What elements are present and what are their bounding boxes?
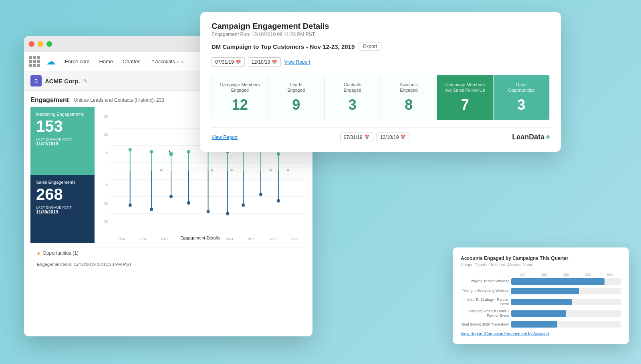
- marketing-label: Marketing Engagements: [36, 112, 89, 117]
- svg-point-48: [287, 169, 289, 171]
- sales-engagements-box: Sales Engagements 268 LAST ENGAGEMENT 11…: [30, 175, 95, 243]
- date-from-value: 07/31/19: [215, 59, 234, 65]
- sales-number: 268: [36, 186, 89, 202]
- metric-no-followup[interactable]: Campaign Membersw/o Sales Follow-Up 7: [437, 75, 494, 120]
- svg-point-8: [129, 148, 132, 152]
- nav-chatter[interactable]: Chatter: [121, 58, 141, 64]
- metric-number-0: 12: [217, 97, 263, 113]
- metric-label-1: LeadsEngaged: [273, 82, 320, 93]
- calendar-icon-to: 📅: [272, 60, 277, 65]
- h-bar-track-0: [511, 278, 621, 285]
- h-bar-track-4: [511, 321, 621, 328]
- apps-grid-icon[interactable]: [29, 56, 40, 67]
- h-bar-fill-4: [511, 321, 557, 328]
- chart-x-scale: 100 200 300 400 500: [511, 273, 621, 277]
- metric-label-4: Campaign Membersw/o Sales Follow-Up: [442, 82, 488, 93]
- metric-number-2: 3: [329, 97, 376, 113]
- bottom-date-to-val: 12/10/19: [380, 135, 399, 140]
- h-bar-chart: Playing To Win Webinar Timing Is Everyth…: [461, 278, 621, 328]
- chart-y-labels: 30 20 10 10 20 30: [95, 107, 110, 231]
- sales-last-label: LAST ENGAGEMENT: [36, 205, 89, 209]
- marketing-last-date: 11/27/2019: [36, 141, 89, 146]
- bottom-date-row: 07/31/19 📅 12/10/19 📅: [340, 133, 409, 142]
- edit-icon[interactable]: ✎: [83, 78, 88, 84]
- h-bar-row-0: Playing To Win Webinar: [461, 278, 621, 285]
- h-bar-label-0: Playing To Win Webinar: [461, 279, 509, 284]
- svg-point-44: [160, 169, 163, 171]
- sales-label: Sales Engagements: [36, 180, 89, 185]
- minimize-btn[interactable]: [38, 41, 43, 47]
- svg-point-37: [226, 212, 229, 215]
- accounts-chart-subtitle: Unique Count of Account: Account Name: [461, 263, 621, 267]
- metric-open-opps[interactable]: OpenOpportunities 3: [494, 75, 550, 120]
- metrics-row: Campaign MembersEngaged 12 LeadsEngaged …: [212, 75, 550, 120]
- h-bar-label-2: Intro To Strategy - Partner Event: [461, 298, 509, 306]
- svg-point-27: [129, 203, 132, 207]
- svg-point-33: [187, 201, 190, 205]
- campaign-name: DM Campaign to Top Customers - Nov 12-23…: [212, 43, 355, 50]
- metric-campaign-members[interactable]: Campaign MembersEngaged 12: [212, 75, 268, 120]
- h-bar-fill-3: [511, 310, 566, 317]
- marketing-last-label: LAST ENGAGEMENT: [36, 137, 89, 141]
- bottom-date-to[interactable]: 12/10/19 📅: [377, 133, 410, 142]
- nav-forcecom[interactable]: Force.com: [63, 58, 91, 64]
- chart-left-panel: Marketing Engagements 153 LAST ENGAGEMEN…: [30, 107, 95, 243]
- campaign-name-row: DM Campaign to Top Customers - Nov 12-23…: [212, 42, 550, 51]
- accounts-view-report-link[interactable]: View Report (Campaign Engagement by Acco…: [461, 332, 621, 336]
- engagement-run: Engagement Run: 12/10/2019 08:11:23 PM P…: [30, 259, 306, 270]
- salesforce-logo: ☁: [46, 56, 55, 67]
- h-bar-track-1: [511, 288, 621, 294]
- nav-home[interactable]: Home: [97, 58, 115, 64]
- bottom-date-from[interactable]: 07/31/19 📅: [340, 133, 373, 142]
- metric-leads[interactable]: LeadsEngaged 9: [268, 75, 325, 120]
- svg-point-47: [269, 169, 272, 171]
- svg-point-25: [277, 152, 280, 156]
- accounts-chart-panel: Accounts Engaged by Campaigns This Quart…: [453, 247, 629, 344]
- metric-number-5: 3: [498, 97, 545, 113]
- h-bar-row-2: Intro To Strategy - Partner Event: [461, 298, 621, 306]
- metric-label-5: OpenOpportunities: [498, 82, 545, 93]
- svg-point-46: [230, 169, 233, 171]
- leandata-logo: LeanData®: [512, 133, 550, 141]
- campaign-bottom-bar: View Report 07/31/19 📅 12/10/19 📅 LeanDa…: [212, 127, 550, 142]
- bottom-view-report[interactable]: View Report: [212, 135, 238, 140]
- accounts-chart-title: Accounts Engaged by Campaigns This Quart…: [461, 255, 621, 261]
- h-bar-label-4: Goal Setting 2020 Tradeshow: [461, 322, 509, 327]
- close-btn[interactable]: [29, 41, 34, 47]
- maximize-btn[interactable]: [46, 41, 52, 47]
- nav-tab-close[interactable]: ✕: [181, 60, 184, 64]
- date-from-input[interactable]: 07/31/19 📅: [212, 57, 245, 67]
- metric-accounts[interactable]: AccountsEngaged 8: [381, 75, 437, 120]
- marketing-engagements-box: Marketing Engagements 153 LAST ENGAGEMEN…: [30, 107, 95, 175]
- metric-label-2: ContactsEngaged: [329, 82, 376, 93]
- engagement-details-link[interactable]: Engagement Details: [95, 234, 306, 242]
- metric-number-4: 7: [442, 97, 488, 113]
- metric-label-0: Campaign MembersEngaged: [217, 82, 263, 93]
- calendar-icon-bottom-from: 📅: [364, 135, 370, 140]
- opportunities-label[interactable]: Opportunities (1): [42, 250, 78, 256]
- engagement-subtitle: Unique Leads and Contacts (Historic): 23…: [74, 97, 164, 103]
- metric-label-3: AccountsEngaged: [386, 82, 432, 93]
- nav-tab-label: * Accounts: [152, 59, 175, 64]
- h-bar-label-3: Executing Against Goals - Partner Event: [461, 309, 509, 318]
- date-filter-row: 07/31/19 📅 12/10/19 📅 View Report: [212, 57, 550, 67]
- svg-point-41: [259, 193, 262, 196]
- svg-point-10: [150, 150, 153, 154]
- nav-tab-accounts[interactable]: * Accounts ∨ ✕: [148, 57, 189, 66]
- h-bar-row-4: Goal Setting 2020 Tradeshow: [461, 321, 621, 328]
- svg-point-29: [150, 208, 153, 211]
- opportunities-row: ● Opportunities (1): [30, 247, 306, 259]
- warning-icon: ●: [37, 250, 40, 256]
- view-report-link[interactable]: View Report: [284, 59, 310, 65]
- metric-number-1: 9: [273, 97, 320, 113]
- metric-contacts[interactable]: ContactsEngaged 3: [325, 75, 381, 120]
- svg-point-31: [169, 195, 173, 199]
- svg-point-39: [242, 203, 245, 207]
- svg-point-15: [187, 150, 190, 154]
- calendar-icon-bottom-to: 📅: [400, 135, 406, 140]
- export-button[interactable]: Export: [359, 42, 381, 51]
- account-icon: B: [30, 75, 42, 86]
- sales-last-date: 11/30/2019: [36, 209, 89, 214]
- date-to-input[interactable]: 12/10/19 📅: [248, 57, 281, 67]
- svg-point-35: [207, 210, 210, 213]
